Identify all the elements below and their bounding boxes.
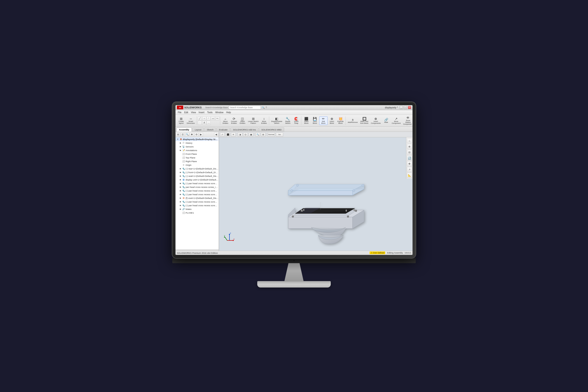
vp-btn-expand[interactable]: ⤢: [220, 132, 225, 137]
tree-item-front[interactable]: ▶ 🔩 (-) front<1>(Default<Default_Display…: [176, 170, 219, 174]
tree-item-topplane[interactable]: ▶ ⬜ Top Plane: [176, 156, 219, 159]
expand-du[interactable]: ▶: [179, 178, 182, 181]
tree-item-plane1[interactable]: ▶ ⬜ PLANE1: [176, 211, 219, 214]
btn-line[interactable]: ╱: [198, 116, 202, 120]
expand-s6[interactable]: ▶: [179, 204, 182, 207]
tree-item-voet[interactable]: ▶ ⚙ (f) voet<1>(Default<Default_Display …: [176, 196, 219, 200]
vp-btn-view1[interactable]: ⬛: [226, 132, 230, 137]
vp-btn-isometric[interactable]: Iso: [276, 132, 283, 137]
tree-item-displayunit[interactable]: ▶ 🖥 display unit<1>(Default<Default_Disp…: [176, 178, 219, 182]
tool-offsetentities[interactable]: ◫ OffsetEntities: [238, 116, 247, 125]
expand-sensors[interactable]: ▶: [179, 145, 182, 148]
menu-help[interactable]: Help: [225, 111, 232, 114]
tool-movecomponent[interactable]: ↗ MoveComponent: [390, 116, 402, 125]
right-btn-rotate[interactable]: 🔄: [407, 156, 412, 160]
tool-linearsketch[interactable]: ⊞ Linear SketchPattern: [247, 116, 260, 125]
vp-btn-grid[interactable]: ⊞: [261, 132, 266, 137]
expand-front[interactable]: ▶: [179, 171, 182, 174]
tab-evaluate[interactable]: Evaluate: [216, 128, 230, 132]
tree-item-annotations[interactable]: ▶ 📝 Annotations: [176, 148, 219, 152]
expand-mates[interactable]: ▶: [179, 208, 182, 210]
tree-btn-list[interactable]: ☰: [180, 132, 185, 137]
tool-repairsketch[interactable]: 🔧 RepairSketch: [284, 116, 292, 125]
tab-layout[interactable]: Layout: [192, 128, 204, 132]
btn-point[interactable]: ·: [198, 121, 202, 125]
tree-item-screw4[interactable]: ▶ 🔩 (-) pan head cross recess screw_iso<…: [176, 192, 219, 196]
tool-explodeblock[interactable]: 💥 ExplodeBlock: [336, 116, 345, 125]
btn-circle[interactable]: ○: [202, 116, 206, 120]
expand-s1[interactable]: ▶: [179, 182, 182, 185]
menu-insert[interactable]: Insert: [197, 111, 206, 114]
tree-item-screw2[interactable]: ▶ 🔩 pan head cross recess screw_iso<2> (…: [176, 185, 219, 189]
tab-assembly[interactable]: Assembly: [176, 128, 192, 132]
tool-moveentities[interactable]: ↕ MoveEntities: [260, 116, 268, 125]
tree-btn-search[interactable]: 🔍: [185, 132, 189, 137]
right-btn-normal[interactable]: ↗: [407, 167, 412, 172]
btn-more[interactable]: …: [206, 121, 210, 125]
tool-insertcomponents[interactable]: ⊕ InsertComponents: [370, 116, 382, 125]
tree-item-mates[interactable]: ▶ 🔗 Mates: [176, 207, 219, 211]
tree-btn-filter[interactable]: ✱: [190, 132, 194, 137]
tab-sketch[interactable]: Sketch: [204, 128, 216, 132]
vp-btn-zoom[interactable]: 🔍: [256, 132, 260, 137]
right-btn-pan[interactable]: ✥: [407, 161, 412, 166]
menu-edit[interactable]: Edit: [183, 111, 190, 114]
tree-item-rightplane[interactable]: ▶ ⬜ Right Plane: [176, 159, 219, 163]
tree-item-history[interactable]: ▶ ⏱ History: [176, 141, 219, 145]
search-input[interactable]: [229, 106, 261, 109]
vp-btn-wireframe[interactable]: ⊡: [243, 132, 248, 137]
tree-item-seal[interactable]: ▶ 🔩 (-) seal<1>(Default<Default_Display …: [176, 174, 219, 178]
tree-btn-home[interactable]: ⊞: [176, 132, 180, 137]
close-button[interactable]: ×: [408, 106, 411, 109]
right-btn-measure[interactable]: 📐: [407, 173, 412, 178]
tool-convertentities[interactable]: ⟳ ConvertEntities: [230, 116, 238, 125]
vp-btn-close[interactable]: ✕: [231, 132, 236, 137]
vp-btn-normal[interactable]: Normal: [268, 132, 275, 137]
tree-item-screw1[interactable]: ▶ 🔩 (-) pan head cross recess screw_iso<…: [176, 182, 219, 185]
tree-item-origin[interactable]: ▶ ✛ Origin: [176, 163, 219, 167]
tool-editblock[interactable]: ✏ EditBlock: [319, 116, 328, 125]
tool-quicksnap[interactable]: 🧲 QuickSnap: [292, 116, 300, 125]
tree-btn-expand[interactable]: ▶: [199, 132, 203, 137]
vp-btn-hidden[interactable]: ▣: [249, 132, 253, 137]
right-btn-home[interactable]: ⌂: [407, 138, 412, 143]
tree-item-sensors[interactable]: ▶ 📡 Sensors: [176, 145, 219, 148]
expand-root[interactable]: ▼: [176, 138, 179, 140]
expand-s3[interactable]: ▶: [179, 189, 182, 192]
tool-displaydelete[interactable]: ◧ Display/DeleteSketch: [270, 116, 284, 125]
tool-makepartfromblock[interactable]: 🔲 Make Partfrom Block: [359, 116, 369, 125]
tool-insertblock[interactable]: ⊕ InsertBlock: [328, 116, 336, 125]
expand-s5[interactable]: ▶: [179, 200, 182, 203]
tool-createlayout[interactable]: ⊞ Createlayout: [177, 116, 185, 125]
tab-mbd[interactable]: SOLIDWORKS MBD: [259, 128, 284, 132]
3d-model-area[interactable]: Z X Y: [219, 137, 412, 250]
expand-annotations[interactable]: ▶: [179, 149, 182, 152]
btn-rect[interactable]: ▭: [211, 116, 215, 120]
tool-mirrorentities[interactable]: ⫠ MirrorEntities: [221, 116, 230, 125]
menu-window[interactable]: Window: [214, 111, 225, 114]
expand-voet[interactable]: ▶: [179, 196, 182, 199]
menu-tools[interactable]: Tools: [206, 111, 214, 114]
expand-seal[interactable]: ▶: [179, 174, 182, 177]
expand-s4[interactable]: ▶: [179, 193, 182, 196]
btn-arc[interactable]: ◜: [206, 116, 210, 120]
tool-addremove[interactable]: ± Add/Remove: [346, 117, 359, 124]
expand-rear[interactable]: ▶: [179, 167, 182, 170]
tree-item-screw6[interactable]: ▶ 🔩 (-) pan head cross recess screw_iso<…: [176, 204, 219, 207]
tab-addins[interactable]: SOLIDWORKS Add-Ins: [230, 128, 258, 132]
btn-text[interactable]: A: [202, 121, 206, 125]
tree-item-rear[interactable]: ▶ 🔩 (-) rear<1>(Default<Default_Display …: [176, 167, 219, 170]
menu-file[interactable]: File: [176, 111, 183, 114]
help-icon[interactable]: ?: [266, 106, 267, 109]
tree-btn-collapse[interactable]: ◀: [214, 132, 218, 137]
tree-btn-settings[interactable]: ⚙: [194, 132, 198, 137]
expand-s2[interactable]: ▶: [179, 186, 182, 188]
right-btn-zoomout[interactable]: ⊟: [407, 150, 412, 155]
right-btn-zoomin[interactable]: ⊕: [407, 144, 412, 149]
menu-view[interactable]: View: [190, 111, 197, 114]
tool-mate[interactable]: 🔗 Mate: [382, 117, 390, 124]
tool-saveblock[interactable]: 💾 SaveBlock: [311, 116, 319, 125]
tree-item-frontplane[interactable]: ▶ ⬜ Front Plane: [176, 152, 219, 156]
vp-btn-shaded[interactable]: ◑: [238, 132, 242, 137]
viewport[interactable]: ⤢ ⬛ ✕ ◑ ⊡ ▣ 🔍 ⊞ Normal Iso: [219, 132, 412, 250]
